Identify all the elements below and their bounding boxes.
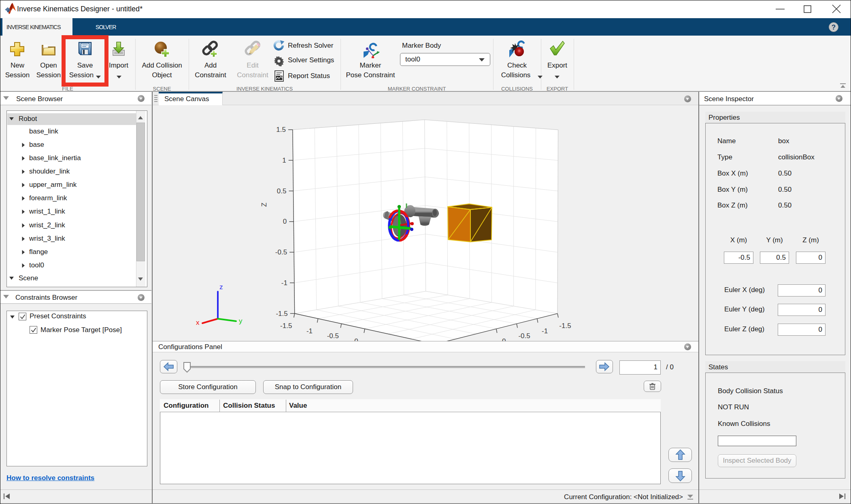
- svg-text:-1: -1: [281, 279, 287, 287]
- svg-text:Z: Z: [260, 203, 268, 207]
- svg-text:-0.5: -0.5: [327, 332, 339, 340]
- svg-text:-1.5: -1.5: [276, 310, 287, 318]
- svg-text:0: 0: [283, 218, 287, 225]
- svg-text:z: z: [219, 283, 223, 291]
- svg-text:1.5: 1.5: [276, 126, 286, 133]
- svg-text:-1.5: -1.5: [559, 322, 571, 330]
- svg-text:-0.5: -0.5: [275, 248, 287, 256]
- svg-text:0: 0: [354, 337, 358, 341]
- svg-text:-1.5: -1.5: [280, 322, 292, 330]
- svg-text:-0.5: -0.5: [518, 332, 530, 340]
- svg-text:x: x: [196, 319, 200, 326]
- svg-text:0: 0: [502, 337, 506, 341]
- svg-text:0.5: 0.5: [277, 187, 287, 195]
- svg-text:?: ?: [832, 23, 836, 31]
- svg-text:1: 1: [282, 157, 286, 164]
- svg-text:-1: -1: [306, 327, 313, 335]
- svg-text:y: y: [239, 317, 243, 325]
- svg-text:-1: -1: [542, 327, 548, 335]
